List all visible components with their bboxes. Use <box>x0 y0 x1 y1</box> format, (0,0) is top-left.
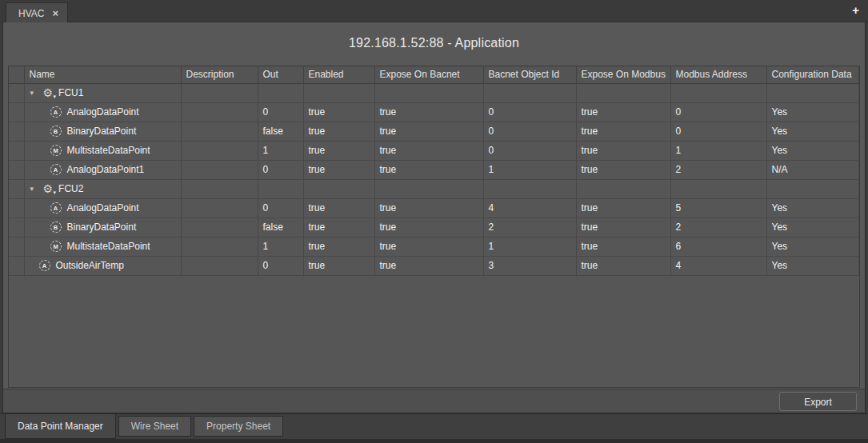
cell-bacnet-object-id[interactable]: 4 <box>483 198 576 218</box>
column-header[interactable]: Name <box>24 66 181 83</box>
cell-bacnet-object-id[interactable] <box>483 179 576 198</box>
cell-name[interactable]: AAnalogDataPoint1 <box>24 160 181 179</box>
cell-enabled[interactable]: true <box>303 102 374 122</box>
cell-expose-on-bacnet[interactable] <box>374 83 483 102</box>
cell-configuration-data[interactable]: Yes <box>766 122 859 141</box>
cell-out[interactable]: 0 <box>258 102 303 122</box>
column-header[interactable]: Configuration Data <box>766 66 859 83</box>
cell-bacnet-object-id[interactable]: 1 <box>483 160 576 179</box>
cell-bacnet-object-id[interactable]: 1 <box>483 237 576 256</box>
cell-bacnet-object-id[interactable]: 3 <box>483 256 576 275</box>
table-row[interactable]: BBinaryDataPointfalsetruetrue2true2Yes <box>9 218 859 237</box>
cell-expose-on-modbus[interactable]: true <box>576 160 670 179</box>
cell-name[interactable]: AAnalogDataPoint <box>24 198 181 218</box>
row-handle[interactable] <box>9 198 24 218</box>
cell-description[interactable] <box>181 122 258 141</box>
table-row[interactable]: AOutsideAirTemp0truetrue3true4Yes <box>9 256 859 275</box>
cell-description[interactable] <box>181 179 258 198</box>
cell-description[interactable] <box>181 218 258 237</box>
row-handle[interactable] <box>9 237 24 256</box>
cell-bacnet-object-id[interactable] <box>483 83 576 102</box>
cell-expose-on-modbus[interactable]: true <box>576 198 670 218</box>
cell-expose-on-modbus[interactable]: true <box>576 237 670 256</box>
cell-expose-on-bacnet[interactable]: true <box>374 256 483 275</box>
cell-expose-on-modbus[interactable]: true <box>576 218 670 237</box>
cell-enabled[interactable]: true <box>303 237 374 256</box>
cell-expose-on-modbus[interactable]: true <box>576 141 670 160</box>
cell-configuration-data[interactable]: Yes <box>766 102 859 122</box>
tree-expand-caret-icon[interactable]: ▾ <box>30 185 38 193</box>
cell-description[interactable] <box>181 198 258 218</box>
cell-expose-on-modbus[interactable]: true <box>576 122 670 141</box>
cell-expose-on-bacnet[interactable]: true <box>374 122 483 141</box>
cell-description[interactable] <box>181 102 258 122</box>
cell-bacnet-object-id[interactable]: 0 <box>483 122 576 141</box>
cell-out[interactable]: false <box>258 218 303 237</box>
cell-out[interactable] <box>258 83 303 102</box>
cell-enabled[interactable] <box>303 83 374 102</box>
cell-modbus-address[interactable]: 6 <box>670 237 766 256</box>
cell-expose-on-bacnet[interactable]: true <box>374 102 483 122</box>
cell-out[interactable]: 1 <box>258 141 303 160</box>
cell-configuration-data[interactable]: Yes <box>766 198 859 218</box>
cell-configuration-data[interactable] <box>766 179 859 198</box>
cell-expose-on-modbus[interactable]: true <box>576 102 670 122</box>
cell-modbus-address[interactable]: 5 <box>670 198 766 218</box>
cell-modbus-address[interactable]: 2 <box>670 218 766 237</box>
tab-wire-sheet[interactable]: Wire Sheet <box>118 416 191 437</box>
table-row[interactable]: MMultistateDataPoint1truetrue0true1Yes <box>9 141 859 160</box>
cell-description[interactable] <box>181 141 258 160</box>
close-icon[interactable]: × <box>52 8 58 18</box>
table-row[interactable]: ▾⚙▾FCU2 <box>9 179 859 198</box>
column-header[interactable]: Description <box>181 66 258 83</box>
cell-modbus-address[interactable]: 4 <box>670 256 766 275</box>
cell-configuration-data[interactable] <box>766 83 859 102</box>
cell-description[interactable] <box>181 237 258 256</box>
cell-name[interactable]: ▾⚙▾FCU1 <box>24 83 181 102</box>
cell-expose-on-bacnet[interactable]: true <box>374 141 483 160</box>
cell-enabled[interactable]: true <box>303 256 374 275</box>
export-button[interactable]: Export <box>779 392 857 411</box>
cell-description[interactable] <box>181 256 258 275</box>
column-header[interactable]: Expose On Bacnet <box>374 66 483 83</box>
cell-enabled[interactable]: true <box>303 141 374 160</box>
cell-configuration-data[interactable]: Yes <box>766 141 859 160</box>
cell-expose-on-modbus[interactable] <box>576 83 670 102</box>
cell-expose-on-bacnet[interactable]: true <box>374 218 483 237</box>
table-row[interactable]: AAnalogDataPoint10truetrue1true2N/A <box>9 160 859 179</box>
cell-name[interactable]: BBinaryDataPoint <box>24 218 181 237</box>
cell-expose-on-bacnet[interactable]: true <box>374 237 483 256</box>
cell-modbus-address[interactable]: 0 <box>670 102 766 122</box>
row-handle[interactable] <box>9 83 24 102</box>
cell-modbus-address[interactable] <box>670 179 766 198</box>
tree-expand-caret-icon[interactable]: ▾ <box>30 89 38 97</box>
cell-enabled[interactable]: true <box>303 122 374 141</box>
cell-configuration-data[interactable]: Yes <box>766 256 859 275</box>
cell-description[interactable] <box>181 160 258 179</box>
cell-out[interactable] <box>258 179 303 198</box>
cell-enabled[interactable]: true <box>303 218 374 237</box>
row-handle[interactable] <box>9 122 24 141</box>
table-row[interactable]: AAnalogDataPoint0truetrue0true0Yes <box>9 102 859 122</box>
cell-name[interactable]: AAnalogDataPoint <box>24 102 181 122</box>
cell-out[interactable]: 0 <box>258 256 303 275</box>
cell-enabled[interactable]: true <box>303 198 374 218</box>
cell-enabled[interactable]: true <box>303 160 374 179</box>
cell-modbus-address[interactable]: 1 <box>670 141 766 160</box>
cell-bacnet-object-id[interactable]: 0 <box>483 141 576 160</box>
row-handle[interactable] <box>9 141 24 160</box>
cell-name[interactable]: MMultistateDataPoint <box>24 237 181 256</box>
row-handle[interactable] <box>9 102 24 122</box>
cell-name[interactable]: MMultistateDataPoint <box>24 141 181 160</box>
cell-name[interactable]: AOutsideAirTemp <box>24 256 181 275</box>
table-row[interactable]: ▾⚙▾FCU1 <box>9 83 859 102</box>
cell-modbus-address[interactable] <box>670 83 766 102</box>
column-header[interactable]: Out <box>258 66 303 83</box>
cell-enabled[interactable] <box>303 179 374 198</box>
cell-bacnet-object-id[interactable]: 0 <box>483 102 576 122</box>
tab-property-sheet[interactable]: Property Sheet <box>194 416 283 437</box>
cell-bacnet-object-id[interactable]: 2 <box>483 218 576 237</box>
table-row[interactable]: BBinaryDataPointfalsetruetrue0true0Yes <box>9 122 859 141</box>
add-tab-icon[interactable]: + <box>852 4 859 16</box>
cell-name[interactable]: BBinaryDataPoint <box>24 122 181 141</box>
